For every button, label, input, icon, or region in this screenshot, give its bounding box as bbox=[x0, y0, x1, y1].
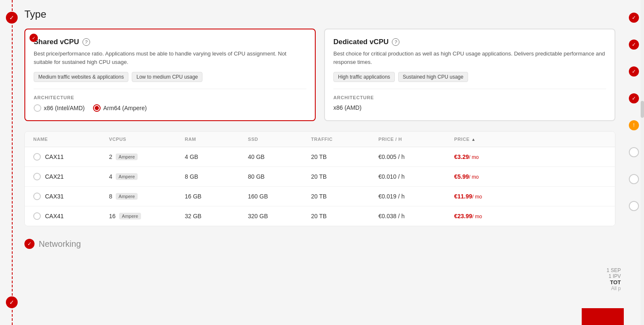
col-ssd: SSD bbox=[248, 137, 311, 142]
cax21-vcpus: 4 Ampere bbox=[109, 173, 185, 180]
cax41-name: CAX41 bbox=[45, 213, 64, 219]
dedicated-tag-0: High traffic applications bbox=[333, 72, 395, 82]
cax21-price-mo: €5.99/ mo bbox=[454, 173, 530, 180]
cax11-ram: 4 GB bbox=[185, 153, 248, 160]
section-networking-icon: ✓ bbox=[6, 296, 18, 308]
left-rail: ✓ ✓ bbox=[0, 0, 20, 325]
table-row[interactable]: CAX41 16 Ampere 32 GB 320 GB 20 TB €0.03… bbox=[25, 206, 615, 226]
section-title: Type bbox=[24, 8, 615, 20]
cax31-radio[interactable] bbox=[33, 193, 41, 200]
arch-arm64-radio-inner bbox=[95, 106, 99, 110]
footer-info: 1 SEP 1 IPV TOT All p bbox=[607, 267, 621, 291]
shared-card-title: Shared vCPU ? bbox=[34, 38, 306, 46]
sidebar-step-8 bbox=[629, 201, 639, 211]
sidebar-step-5: ! bbox=[629, 120, 639, 130]
cax41-price-mo: €23.99/ mo bbox=[454, 213, 530, 219]
cax31-price-mo: €11.99/ mo bbox=[454, 193, 530, 200]
shared-help-icon[interactable]: ? bbox=[82, 38, 90, 46]
footer-line1: 1 SEP bbox=[607, 267, 621, 273]
arch-x86-radio[interactable] bbox=[34, 104, 41, 112]
sidebar-step-1: ✓ bbox=[629, 13, 639, 23]
arch-x86-option[interactable]: x86 (Intel/AMD) bbox=[34, 104, 85, 112]
dedicated-architecture-label: ARCHITECTURE bbox=[333, 95, 606, 100]
shared-tag-1: Low to medium CPU usage bbox=[132, 72, 202, 82]
dedicated-help-icon[interactable]: ? bbox=[392, 38, 399, 46]
dedicated-card-divider bbox=[333, 89, 606, 89]
col-ram: RAM bbox=[185, 137, 248, 142]
cax21-badge: Ampere bbox=[116, 173, 138, 180]
shared-card-description: Best price/performance ratio. Applicatio… bbox=[34, 50, 306, 66]
cax41-vcpus: 16 Ampere bbox=[109, 213, 185, 219]
main-content: Type ✓ Shared vCPU ? Best price/performa… bbox=[20, 0, 624, 325]
dedicated-arch-text: x86 (AMD) bbox=[333, 104, 606, 111]
sidebar-step-2: ✓ bbox=[629, 40, 639, 50]
shared-card-divider bbox=[34, 89, 306, 89]
progress-line bbox=[12, 0, 13, 325]
cax31-ssd: 160 GB bbox=[248, 193, 311, 200]
cax31-ram: 16 GB bbox=[185, 193, 248, 200]
row-radio-cax11[interactable]: CAX11 bbox=[33, 153, 109, 161]
cax11-price-mo: €3.29/ mo bbox=[454, 153, 530, 160]
price-sort-icon[interactable]: ▲ bbox=[471, 137, 476, 142]
col-vcpus: VCPUS bbox=[109, 137, 185, 142]
row-radio-cax21[interactable]: CAX21 bbox=[33, 173, 109, 180]
cax11-vcpus: 2 Ampere bbox=[109, 153, 185, 160]
cax41-ssd: 320 GB bbox=[248, 213, 311, 219]
scrollbar-thumb[interactable] bbox=[641, 101, 644, 118]
cax41-price-h: €0.038 / h bbox=[378, 213, 454, 219]
networking-label: Networking bbox=[39, 239, 81, 249]
cax41-radio[interactable] bbox=[33, 212, 41, 220]
cax31-vcpus: 8 Ampere bbox=[109, 193, 185, 200]
footer-total: TOT bbox=[607, 279, 621, 285]
dedicated-card-description: Best choice for critical production as w… bbox=[333, 50, 606, 66]
shared-arch-options: x86 (Intel/AMD) Arm64 (Ampere) bbox=[34, 104, 306, 112]
footer-line2: 1 IPV bbox=[607, 273, 621, 279]
table-row[interactable]: CAX31 8 Ampere 16 GB 160 GB 20 TB €0.019… bbox=[25, 187, 615, 206]
table-row[interactable]: CAX11 2 Ampere 4 GB 40 GB 20 TB €0.005 /… bbox=[25, 147, 615, 167]
shared-vcpu-card[interactable]: ✓ Shared vCPU ? Best price/performance r… bbox=[24, 29, 316, 121]
cax31-traffic: 20 TB bbox=[311, 193, 378, 200]
shared-tag-0: Medium traffic websites & applications bbox=[34, 72, 128, 82]
cax21-ram: 8 GB bbox=[185, 173, 248, 180]
cax21-ssd: 80 GB bbox=[248, 173, 311, 180]
type-cards-container: ✓ Shared vCPU ? Best price/performance r… bbox=[24, 29, 615, 121]
shared-tag-row: Medium traffic websites & applications L… bbox=[34, 72, 306, 82]
cax11-badge: Ampere bbox=[116, 153, 138, 160]
scrollbar-track[interactable] bbox=[641, 0, 644, 325]
cax41-badge: Ampere bbox=[119, 213, 141, 219]
row-radio-cax41[interactable]: CAX41 bbox=[33, 212, 109, 220]
arch-arm64-option[interactable]: Arm64 (Ampere) bbox=[93, 104, 146, 112]
cax11-ssd: 40 GB bbox=[248, 153, 311, 160]
table-header: NAME VCPUS RAM SSD TRAFFIC PRICE / H PRI… bbox=[25, 132, 615, 147]
arch-arm64-radio[interactable] bbox=[93, 104, 101, 112]
server-table: NAME VCPUS RAM SSD TRAFFIC PRICE / H PRI… bbox=[24, 131, 615, 226]
footer-all-price: All p bbox=[607, 285, 621, 291]
shared-card-check: ✓ bbox=[29, 34, 38, 42]
cax11-name: CAX11 bbox=[45, 153, 64, 160]
col-price-mo: PRICE ▲ bbox=[454, 137, 530, 142]
cax31-badge: Ampere bbox=[116, 193, 138, 200]
col-name: NAME bbox=[33, 137, 109, 142]
col-traffic: TRAFFIC bbox=[311, 137, 378, 142]
sidebar-step-4: ✓ bbox=[629, 93, 639, 103]
dedicated-tag-row: High traffic applications Sustained high… bbox=[333, 72, 606, 82]
cax21-radio[interactable] bbox=[33, 173, 41, 180]
dedicated-tag-1: Sustained high CPU usage bbox=[398, 72, 468, 82]
cax31-name: CAX31 bbox=[45, 193, 64, 200]
dedicated-vcpu-card[interactable]: Dedicated vCPU ? Best choice for critica… bbox=[324, 29, 615, 121]
dedicated-card-title: Dedicated vCPU ? bbox=[333, 38, 606, 46]
right-sidebar: ✓ ✓ ✓ ✓ ! 1 SEP 1 IPV TOT All p bbox=[624, 0, 644, 325]
cax11-traffic: 20 TB bbox=[311, 153, 378, 160]
networking-icon: ✓ bbox=[24, 239, 35, 249]
cax41-traffic: 20 TB bbox=[311, 213, 378, 219]
cax21-traffic: 20 TB bbox=[311, 173, 378, 180]
row-radio-cax31[interactable]: CAX31 bbox=[33, 193, 109, 200]
cax21-price-h: €0.010 / h bbox=[378, 173, 454, 180]
cax31-price-h: €0.019 / h bbox=[378, 193, 454, 200]
cax11-radio[interactable] bbox=[33, 153, 41, 161]
sidebar-step-6 bbox=[629, 147, 639, 157]
cta-button[interactable] bbox=[582, 308, 624, 325]
table-row[interactable]: CAX21 4 Ampere 8 GB 80 GB 20 TB €0.010 /… bbox=[25, 167, 615, 187]
section-type-check: ✓ bbox=[6, 12, 18, 24]
shared-architecture-label: ARCHITECTURE bbox=[34, 95, 306, 100]
